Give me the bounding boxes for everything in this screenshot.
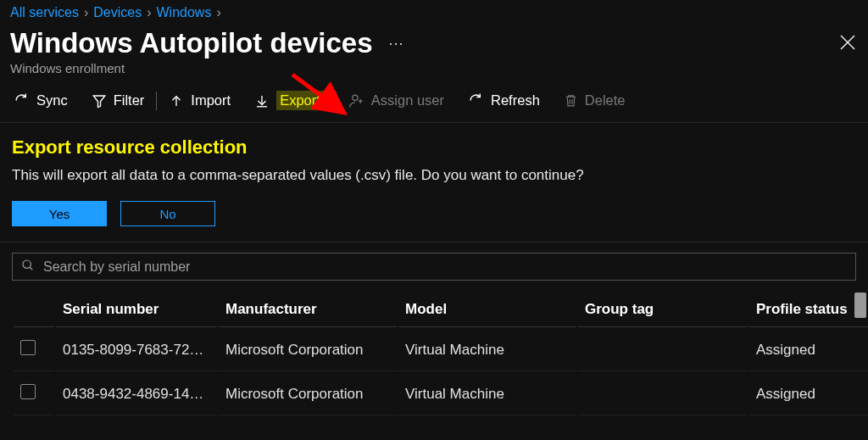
table-row[interactable]: 0135-8099-7683-72… Microsoft Corporation… [14, 329, 868, 371]
assign-user-label: Assign user [371, 92, 444, 109]
no-button[interactable]: No [120, 201, 215, 226]
breadcrumb-windows[interactable]: Windows [156, 5, 211, 20]
import-button[interactable]: Import [157, 92, 242, 109]
export-prompt-text: This will export all data to a comma-sep… [12, 167, 856, 184]
col-profile-status[interactable]: Profile status [749, 292, 868, 327]
export-prompt-title: Export resource collection [12, 136, 856, 159]
row-checkbox[interactable] [20, 340, 36, 355]
export-button[interactable]: Export [242, 91, 336, 110]
cell-profile: Assigned [749, 373, 868, 415]
cell-manufacturer: Microsoft Corporation [219, 373, 397, 415]
search-input[interactable] [43, 259, 847, 275]
more-options-button[interactable]: ⋯ [388, 34, 405, 53]
filter-label: Filter [114, 92, 145, 109]
cell-group [578, 329, 748, 371]
chevron-right-icon: › [216, 5, 220, 20]
svg-line-12 [30, 267, 32, 270]
svg-marker-2 [93, 96, 105, 108]
cell-manufacturer: Microsoft Corporation [219, 329, 397, 371]
devices-table: Serial number Manufacturer Model Group t… [12, 291, 868, 417]
page-subtitle: Windows enrollment [0, 61, 868, 82]
chevron-right-icon: › [84, 5, 88, 20]
close-button[interactable] [839, 34, 856, 53]
export-prompt: Export resource collection This will exp… [0, 123, 868, 242]
breadcrumb: All services › Devices › Windows › [0, 0, 868, 25]
cell-group [578, 373, 748, 415]
filter-icon [92, 93, 107, 109]
sync-button[interactable]: Sync [10, 92, 80, 109]
sync-icon [14, 92, 30, 109]
chevron-right-icon: › [147, 5, 151, 20]
table-row[interactable]: 0438-9432-4869-14… Microsoft Corporation… [14, 373, 868, 415]
filter-button[interactable]: Filter [80, 92, 157, 109]
svg-point-11 [23, 260, 31, 268]
download-icon [254, 93, 270, 109]
cell-serial: 0438-9432-4869-14… [56, 373, 217, 415]
cell-serial: 0135-8099-7683-72… [56, 329, 217, 371]
col-model[interactable]: Model [398, 292, 576, 327]
refresh-label: Refresh [491, 92, 540, 109]
toolbar: Sync Filter Import Export Assign user Re… [0, 82, 868, 123]
search-box[interactable] [12, 253, 856, 281]
refresh-button[interactable]: Refresh [456, 92, 552, 109]
breadcrumb-all-services[interactable]: All services [10, 5, 79, 20]
sync-label: Sync [36, 92, 68, 109]
assign-user-button[interactable]: Assign user [337, 92, 456, 109]
yes-button[interactable]: Yes [12, 201, 107, 226]
export-label: Export [276, 91, 324, 110]
delete-button[interactable]: Delete [552, 92, 637, 109]
col-manufacturer[interactable]: Manufacturer [219, 292, 397, 327]
breadcrumb-devices[interactable]: Devices [93, 5, 142, 20]
cell-model: Virtual Machine [398, 373, 576, 415]
upload-icon [169, 93, 184, 109]
user-plus-icon [348, 92, 364, 109]
refresh-icon [468, 92, 484, 109]
cell-profile: Assigned [749, 329, 868, 371]
import-label: Import [191, 92, 231, 109]
row-checkbox[interactable] [20, 384, 36, 399]
svg-point-6 [353, 95, 358, 100]
cell-model: Virtual Machine [398, 329, 576, 371]
col-group-tag[interactable]: Group tag [578, 292, 748, 327]
page-title: Windows Autopilot devices [10, 27, 373, 59]
col-serial[interactable]: Serial number [56, 292, 217, 327]
delete-label: Delete [585, 92, 626, 109]
search-icon [21, 259, 35, 275]
scrollbar-thumb[interactable] [854, 292, 866, 318]
trash-icon [564, 93, 578, 108]
table-header-row: Serial number Manufacturer Model Group t… [14, 292, 868, 327]
